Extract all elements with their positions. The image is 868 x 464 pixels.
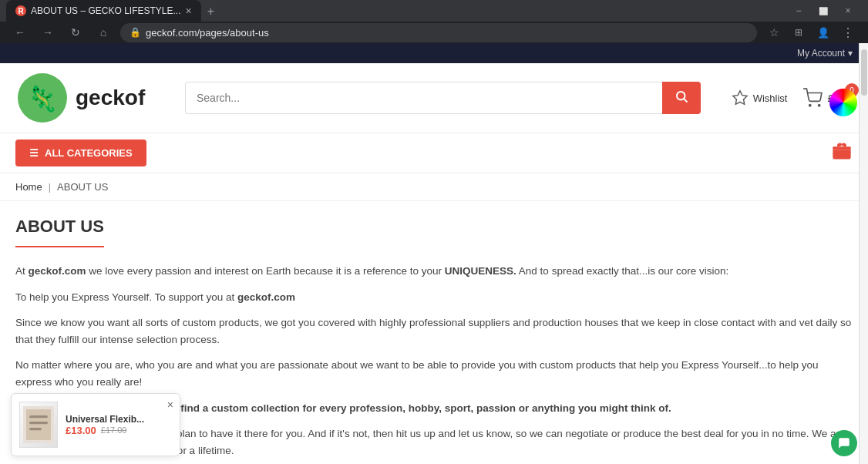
url-text: geckof.com/pages/about-us [146,27,269,39]
wishlist-label: Wishlist [753,92,788,104]
all-categories-button[interactable]: ☰ ALL CATEGORIES [15,140,146,166]
profile-button[interactable]: 👤 [812,22,834,43]
svg-rect-10 [29,415,48,418]
product-popup: × Universal Flexib... £13.00 £17.00 [11,393,180,456]
about-paragraph-1: At geckof.com we love every passion and … [15,263,853,280]
close-window-button[interactable]: × [837,0,859,22]
svg-marker-4 [733,91,747,104]
wishlist-button[interactable]: Wishlist [732,89,788,106]
bookmark-button[interactable]: ☆ [763,22,785,43]
search-bar [185,82,701,114]
lock-icon: 🔒 [130,27,141,38]
product-info: Universal Flexib... £13.00 £17.00 [66,414,144,436]
category-nav: ☰ ALL CATEGORIES [0,133,868,173]
chat-widget-button[interactable] [831,430,857,456]
breadcrumb-separator: | [49,181,51,193]
more-button[interactable]: ⋮ [837,22,859,43]
all-categories-label: ALL CATEGORIES [45,147,133,159]
about-paragraph-2: To help you Express Yourself. To support… [15,289,853,306]
search-button[interactable] [662,82,701,114]
cart-icon [802,88,823,108]
site-header: 🦎 geckof [0,63,868,133]
back-button[interactable]: ← [9,22,31,43]
product-price: £13.00 [66,425,96,436]
new-tab-button[interactable]: + [201,2,220,22]
address-bar[interactable]: 🔒 geckof.com/pages/about-us [120,23,757,42]
dropdown-arrow: ▾ [848,48,853,59]
product-old-price: £17.00 [101,425,127,435]
svg-point-6 [819,105,820,106]
top-bar: My Account ▾ [0,43,868,63]
popup-close-button[interactable]: × [167,398,173,411]
search-icon [675,89,688,103]
svg-rect-12 [29,428,42,430]
svg-rect-11 [29,422,48,424]
star-icon [732,89,749,106]
tab-favicon: R [15,5,26,16]
svg-point-2 [677,92,685,100]
promo-icon[interactable] [831,140,853,166]
browser-tab[interactable]: R ABOUT US – GECKO LIFESTYLE... × [6,0,201,22]
breadcrumb: Home | ABOUT US [0,173,868,201]
svg-rect-9 [26,409,51,440]
site-logo[interactable]: 🦎 geckof [15,71,170,125]
page-title: ABOUT US [15,217,104,247]
minimize-button[interactable]: − [788,0,809,22]
my-account-label: My Account [797,48,845,59]
color-picker-widget[interactable] [829,89,857,116]
logo-text: geckof [76,86,145,110]
breadcrumb-home[interactable]: Home [15,181,42,193]
about-paragraph-4: No matter where you are, who you are and… [15,357,853,390]
extensions-button[interactable]: ⊞ [788,22,809,43]
about-paragraph-3: Since we know you want all sorts of cust… [15,314,853,348]
chat-icon [837,436,851,450]
tab-title: ABOUT US – GECKO LIFESTYLE... [31,5,181,16]
hamburger-icon: ☰ [29,147,39,159]
refresh-button[interactable]: ↻ [65,22,86,43]
forward-button[interactable]: → [37,22,59,43]
search-input[interactable] [185,82,662,114]
gift-icon [831,140,853,162]
home-button[interactable]: ⌂ [93,22,114,43]
scrollbar[interactable] [859,43,868,464]
tab-close-button[interactable]: × [186,5,192,17]
svg-rect-7 [833,146,850,150]
logo-gecko-icon: 🦎 [15,71,69,125]
product-name: Universal Flexib... [66,414,144,425]
svg-point-5 [809,105,811,106]
breadcrumb-current: ABOUT US [57,181,108,193]
my-account-button[interactable]: My Account ▾ [797,48,853,59]
product-thumbnail [19,402,58,448]
restore-button[interactable]: ⬜ [812,0,834,22]
svg-text:🦎: 🦎 [27,84,58,113]
svg-line-3 [684,99,687,102]
scrollbar-thumb[interactable] [861,49,867,96]
